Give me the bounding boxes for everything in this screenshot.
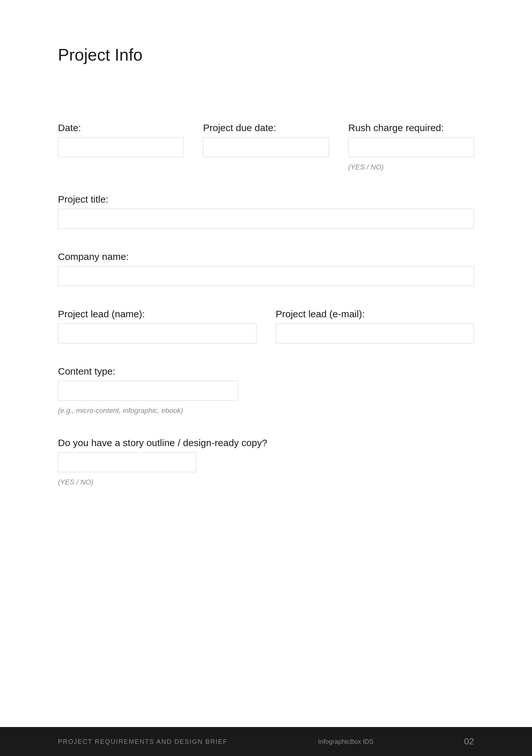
due-date-input[interactable] — [203, 137, 329, 157]
date-group: Date: — [58, 122, 184, 171]
date-label: Date: — [58, 122, 184, 133]
rush-charge-input[interactable] — [348, 137, 474, 157]
story-outline-input[interactable] — [58, 452, 196, 472]
date-row: Date: Project due date: Rush charge requ… — [58, 122, 474, 171]
project-title-label: Project title: — [58, 194, 474, 205]
footer-page-number: 02 — [464, 736, 474, 747]
lead-name-group: Project lead (name): — [58, 309, 257, 343]
footer-center-text: InfographicBox IDS — [318, 738, 373, 745]
company-name-section: Company name: — [58, 251, 474, 286]
page: Project Info Date: Project due date: Rus… — [0, 0, 532, 756]
company-name-label: Company name: — [58, 251, 474, 262]
footer-left-text: PROJECT REQUIREMENTS AND DESIGN BRIEF — [58, 738, 228, 745]
story-outline-section: Do you have a story outline / design-rea… — [58, 437, 474, 486]
lead-email-group: Project lead (e-mail): — [276, 309, 474, 343]
rush-charge-group: Rush charge required: (YES / NO) — [348, 122, 474, 171]
due-date-label: Project due date: — [203, 122, 329, 133]
project-title-section: Project title: — [58, 194, 474, 229]
story-outline-hint: (YES / NO) — [58, 478, 196, 486]
lead-email-input[interactable] — [276, 323, 474, 343]
content-type-section: Content type: (e.g., micro-content, info… — [58, 366, 474, 415]
rush-charge-hint: (YES / NO) — [348, 163, 474, 171]
company-name-input[interactable] — [58, 266, 474, 286]
content-type-hint: (e.g., micro-content, infographic, ebook… — [58, 407, 238, 415]
lead-row: Project lead (name): Project lead (e-mai… — [58, 309, 474, 343]
due-date-group: Project due date: — [203, 122, 329, 171]
lead-name-input[interactable] — [58, 323, 257, 343]
story-outline-group: Do you have a story outline / design-rea… — [58, 437, 196, 486]
page-title: Project Info — [58, 45, 474, 65]
lead-email-label: Project lead (e-mail): — [276, 309, 474, 319]
content-type-label: Content type: — [58, 366, 238, 377]
story-outline-label: Do you have a story outline / design-rea… — [58, 437, 316, 448]
project-title-input[interactable] — [58, 209, 474, 229]
project-title-group: Project title: — [58, 194, 474, 229]
main-content: Project Info Date: Project due date: Rus… — [0, 0, 532, 727]
footer: PROJECT REQUIREMENTS AND DESIGN BRIEF In… — [0, 727, 532, 756]
content-type-input[interactable] — [58, 381, 238, 401]
date-input[interactable] — [58, 137, 184, 157]
rush-charge-label: Rush charge required: — [348, 122, 474, 133]
company-name-group: Company name: — [58, 251, 474, 286]
content-type-group: Content type: (e.g., micro-content, info… — [58, 366, 238, 415]
lead-name-label: Project lead (name): — [58, 309, 257, 319]
